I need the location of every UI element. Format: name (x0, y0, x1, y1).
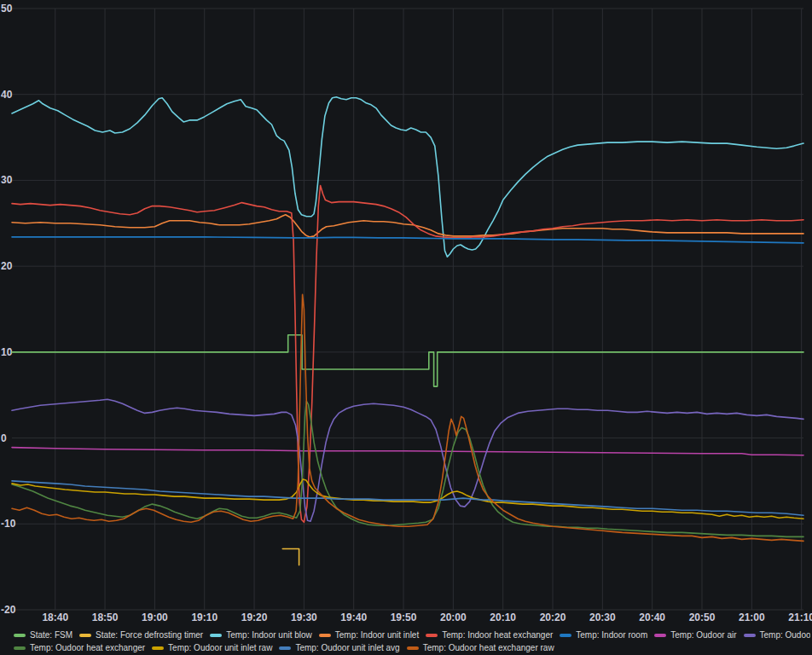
legend-swatch (407, 646, 419, 650)
legend-label: Temp: Oudoor unit inlet avg (295, 641, 399, 654)
x-axis-tick-label: 19:10 (191, 612, 218, 623)
y-axis-tick-label: 30 (1, 174, 13, 186)
legend-swatch (279, 646, 291, 650)
x-axis-tick-label: 19:00 (142, 612, 168, 623)
legend-swatch (426, 634, 438, 637)
legend-swatch (210, 634, 222, 637)
legend-swatch (14, 634, 26, 637)
legend-row: Temp: Oudoor heat exchangerTemp: Oudoor … (14, 641, 810, 654)
legend-swatch (79, 634, 91, 637)
series-line-temp-indoor-heat-exchanger (12, 186, 803, 523)
legend-item-temp-indoor-unit-blow[interactable]: Temp: Indoor unit blow (210, 629, 312, 641)
x-axis-tick-label: 20:20 (540, 612, 566, 623)
legend-swatch (560, 634, 571, 637)
x-axis-tick-label: 18:40 (42, 612, 68, 623)
y-axis-tick-label: 50 (1, 3, 13, 14)
legend-swatch (152, 646, 164, 650)
series-line-temp-oudoor-unit-inlet-avg (12, 481, 803, 515)
y-axis-tick-label: -20 (1, 604, 16, 616)
legend-item-temp-oudoor-heat-exchanger-raw[interactable]: Temp: Oudoor heat exchanger raw (407, 641, 554, 654)
series-line-state-force-defrosting-timer (282, 549, 299, 565)
y-axis-tick-label: 40 (1, 89, 13, 101)
series-line-temp-oudoor-unit-inlet-raw (12, 479, 803, 519)
series-line-temp-oudoor-heat-exchanger-raw (12, 294, 803, 541)
series-line-temp-oudoor-heat-exchanger (12, 401, 803, 536)
series-line-temp-oudoor-air (12, 448, 803, 455)
timeseries-panel: 50403020100-10-2018:4018:5019:0019:1019:… (0, 0, 812, 655)
legend-label: Temp: Indoor unit blow (226, 629, 312, 641)
legend-label: Temp: Indoor heat exchanger (442, 629, 553, 641)
x-axis-tick-label: 20:30 (589, 612, 616, 623)
legend-swatch (654, 634, 666, 637)
legend-item-temp-oudoor-air[interactable]: Temp: Oudoor air (654, 629, 736, 641)
x-axis-tick-label: 20:10 (490, 612, 516, 623)
x-axis-tick-label: 21:10 (788, 612, 812, 623)
legend-label: Temp: Oudoor heat exchanger raw (423, 641, 554, 654)
y-axis-tick-label: 10 (1, 346, 13, 358)
y-axis-tick-label: -10 (1, 518, 16, 530)
legend-label: Temp: Indoor room (576, 629, 647, 641)
legend-swatch (744, 634, 756, 637)
x-axis-tick-label: 19:20 (241, 612, 268, 623)
y-axis-tick-label: 0 (1, 432, 7, 444)
legend-item-temp-indoor-room[interactable]: Temp: Indoor room (560, 629, 647, 641)
chart-svg: 50403020100-10-2018:4018:5019:0019:1019:… (0, 0, 812, 625)
legend-item-temp-oudoor-heat-exchanger[interactable]: Temp: Oudoor heat exchanger (14, 641, 145, 654)
x-axis-tick-label: 21:00 (739, 612, 765, 623)
legend-item-temp-indoor-unit-inlet[interactable]: Temp: Indoor unit inlet (319, 629, 419, 641)
legend-item-temp-oudoor-delta[interactable]: Temp: Oudoor delta (744, 629, 811, 641)
x-axis-tick-label: 20:40 (639, 612, 665, 623)
legend-label: Temp: Indoor unit inlet (335, 629, 419, 641)
legend-item-temp-oudoor-unit-inlet-raw[interactable]: Temp: Oudoor unit inlet raw (152, 641, 272, 654)
legend-label: Temp: Oudoor delta (760, 629, 811, 641)
x-axis-tick-label: 19:40 (340, 612, 367, 623)
legend-item-state-force-defrosting-timer[interactable]: State: Force defrosting timer (79, 629, 203, 641)
series-line-temp-oudoor-delta (12, 399, 803, 521)
legend-swatch (14, 646, 26, 650)
legend-swatch (319, 634, 331, 637)
x-axis-tick-label: 19:30 (291, 612, 317, 623)
x-axis-tick-label: 20:50 (689, 612, 716, 623)
x-axis-tick-label: 19:50 (391, 612, 417, 623)
legend: State: FSMState: Force defrosting timerT… (14, 629, 810, 654)
y-axis-tick-label: 20 (1, 260, 13, 272)
legend-item-temp-indoor-heat-exchanger[interactable]: Temp: Indoor heat exchanger (426, 629, 553, 641)
series-line-temp-indoor-room (12, 237, 803, 243)
legend-label: State: Force defrosting timer (96, 629, 203, 641)
x-axis-tick-label: 18:50 (92, 612, 119, 623)
legend-item-temp-oudoor-unit-inlet-avg[interactable]: Temp: Oudoor unit inlet avg (279, 641, 399, 654)
legend-label: Temp: Oudoor heat exchanger (30, 641, 145, 654)
legend-row: State: FSMState: Force defrosting timerT… (14, 629, 810, 641)
x-axis-tick-label: 20:00 (440, 612, 467, 623)
series-line-state-fsm (12, 335, 803, 386)
legend-label: Temp: Oudoor unit inlet raw (168, 641, 272, 654)
legend-label: State: FSM (30, 629, 72, 641)
legend-item-state-fsm[interactable]: State: FSM (14, 629, 72, 641)
legend-label: Temp: Oudoor air (670, 629, 736, 641)
